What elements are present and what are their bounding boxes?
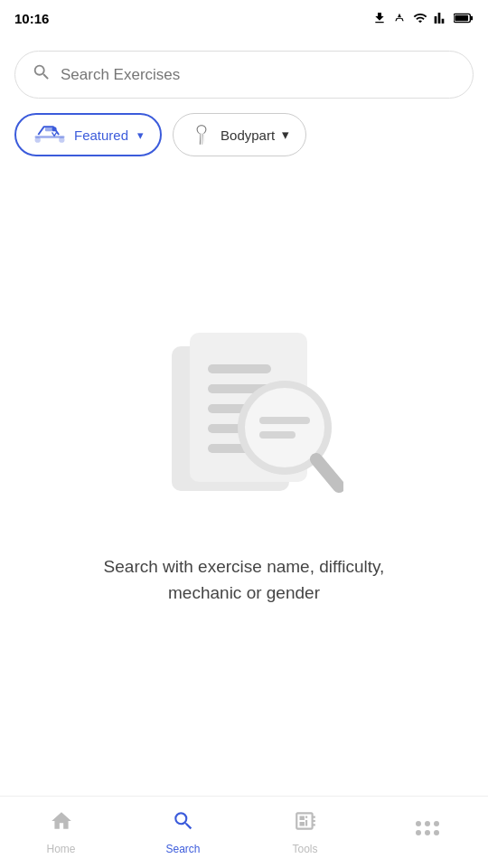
nav-item-tools[interactable]: Tools <box>244 797 366 868</box>
battery-icon <box>454 13 474 24</box>
more-icon <box>414 816 441 845</box>
svg-point-25 <box>434 830 439 835</box>
status-icons <box>372 11 474 25</box>
home-icon <box>50 809 73 839</box>
empty-illustration <box>145 310 343 527</box>
svg-point-22 <box>416 830 421 835</box>
search-bar-icon <box>32 62 52 87</box>
search-input[interactable] <box>61 66 456 84</box>
search-nav-icon <box>172 809 195 839</box>
svg-rect-18 <box>259 417 310 424</box>
svg-rect-4 <box>35 137 41 143</box>
svg-point-21 <box>425 821 430 826</box>
svg-point-23 <box>425 830 430 835</box>
featured-label: Featured <box>74 127 128 143</box>
bodypart-label: Bodypart <box>221 127 275 143</box>
wifi-icon <box>412 11 428 25</box>
bodypart-icon <box>190 123 213 146</box>
featured-icon <box>33 124 67 146</box>
svg-rect-5 <box>59 137 64 143</box>
svg-rect-2 <box>471 16 473 21</box>
main-content: Featured ▾ Bodypart ▾ <box>0 36 488 796</box>
svg-rect-10 <box>208 364 271 373</box>
nav-label-search: Search <box>165 843 200 855</box>
tools-icon <box>294 809 317 839</box>
svg-point-7 <box>52 127 57 131</box>
bodypart-chevron: ▾ <box>282 127 289 143</box>
svg-point-20 <box>416 821 421 826</box>
nav-item-search[interactable]: Search <box>122 797 244 868</box>
svg-rect-19 <box>259 431 296 439</box>
status-time: 10:16 <box>14 11 49 26</box>
nav-label-home: Home <box>46 843 75 855</box>
svg-point-24 <box>434 821 439 826</box>
svg-line-17 <box>316 459 339 486</box>
nav-item-home[interactable]: Home <box>0 797 122 868</box>
empty-state-text: Search with exercise name, difficulty, m… <box>99 554 389 606</box>
filter-featured[interactable]: Featured ▾ <box>14 113 162 156</box>
svg-rect-1 <box>455 15 468 21</box>
a-icon <box>392 11 407 25</box>
filter-bodypart[interactable]: Bodypart ▾ <box>173 113 306 156</box>
nav-label-tools: Tools <box>292 843 317 855</box>
filter-buttons: Featured ▾ Bodypart ▾ <box>14 113 474 156</box>
featured-chevron: ▾ <box>137 128 144 142</box>
signal-icon <box>434 11 448 25</box>
search-bar[interactable] <box>14 51 474 99</box>
status-bar: 10:16 <box>0 0 488 36</box>
empty-state: Search with exercise name, difficulty, m… <box>14 175 474 796</box>
download-icon <box>372 11 387 25</box>
nav-item-more[interactable] <box>366 797 488 868</box>
bottom-nav: Home Search Tools <box>0 796 488 868</box>
